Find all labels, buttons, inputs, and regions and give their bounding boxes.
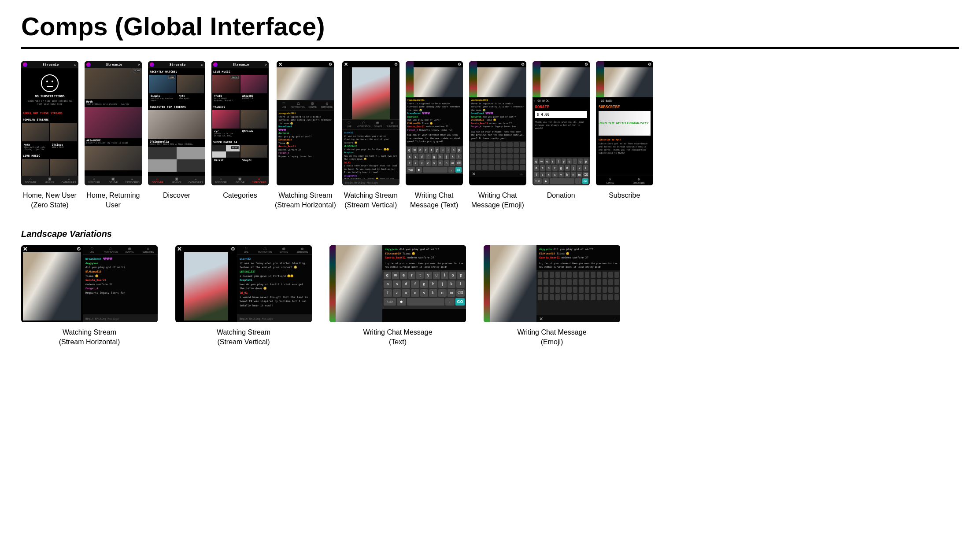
close-icon[interactable]: ✕ xyxy=(344,62,348,67)
subscribe-confirm-button[interactable]: ⊕SUBSCRIBE xyxy=(625,176,653,185)
stream-thumb[interactable] xyxy=(85,146,142,170)
video-player[interactable] xyxy=(277,67,334,100)
nav-discover[interactable]: ⌕DISCOVER xyxy=(85,177,104,184)
keyboard[interactable]: qwertyuiop asdfghjkl ⇧zxcvbnm⌫ ?123☻.GO xyxy=(406,146,463,174)
nav-golive[interactable]: ▣GO LIVE xyxy=(104,177,122,184)
stream-thumb[interactable] xyxy=(50,123,78,141)
close-icon[interactable]: ✕ xyxy=(177,246,182,252)
like-button[interactable]: ♡LIKE xyxy=(237,247,256,253)
avatar[interactable] xyxy=(86,63,91,67)
chat-input[interactable]: Begin Writing Message xyxy=(342,179,399,185)
video-player[interactable] xyxy=(414,67,463,97)
gear-icon[interactable]: ⚙ xyxy=(521,62,525,66)
video-player[interactable] xyxy=(336,245,382,322)
chat-area[interactable]: younggain2001 there is supposed to be a … xyxy=(406,97,463,146)
nav-categories[interactable]: ≡CATEGORIES xyxy=(250,177,269,184)
notification-button[interactable]: ☖NOTIFICATION xyxy=(256,247,275,253)
search-icon[interactable]: ⌕ xyxy=(74,63,77,67)
subscribe-button[interactable]: ⊕SUBSCRIBE xyxy=(385,122,399,128)
next-emoji-icon[interactable]: → xyxy=(613,316,618,321)
stream-thumb[interactable] xyxy=(148,110,205,139)
search-icon[interactable]: ⌕ xyxy=(201,63,203,67)
like-button[interactable]: ♡LIKE xyxy=(277,102,291,108)
like-button[interactable]: ♡LIKE xyxy=(342,122,357,128)
stream-thumb[interactable] xyxy=(240,75,268,93)
stream-thumb[interactable] xyxy=(22,123,49,141)
gear-icon[interactable]: ⚙ xyxy=(329,62,332,66)
video-player[interactable] xyxy=(352,67,390,119)
gear-icon[interactable]: ⚙ xyxy=(584,62,588,66)
keyboard[interactable]: qwertyuiop asdfghjkl ⇧zxcvbnm⌫ ?123☻.GO xyxy=(382,270,466,309)
donate-button[interactable]: ⛃DONATE xyxy=(274,247,293,253)
go-back-button[interactable]: ←GO BACK xyxy=(533,97,590,104)
avatar[interactable] xyxy=(150,63,154,67)
notification-button[interactable]: ☖NOTIFICATION xyxy=(102,247,121,253)
nav-categories[interactable]: ≡CATEGORIES xyxy=(186,177,205,184)
close-emoji-icon[interactable]: ✕ xyxy=(539,316,543,322)
search-icon[interactable]: ⌕ xyxy=(137,63,140,67)
chat-area[interactable]: user432 it was so funny when you started… xyxy=(237,255,312,314)
avatar[interactable] xyxy=(213,63,218,67)
chat-input[interactable]: Begin Writing Message xyxy=(237,314,312,322)
video-player[interactable] xyxy=(490,245,536,322)
chat-area[interactable]: dayyyvon did you play god of war?? ElAku… xyxy=(382,245,466,270)
nav-golive[interactable]: ▣GO LIVE xyxy=(167,177,186,184)
close-emoji-icon[interactable]: ✕ xyxy=(472,171,476,177)
subscribe-button[interactable]: ⊕SUBSCRIBE xyxy=(320,102,334,108)
video-player[interactable] xyxy=(477,67,526,97)
nav-discover[interactable]: ⌕DISCOVER xyxy=(21,177,40,184)
subscribe-button[interactable]: ⊕SUBSCRIBE xyxy=(139,247,158,253)
donate-button[interactable]: ⛃DONATE xyxy=(371,122,385,128)
nav-golive[interactable]: ▣GO LIVE xyxy=(230,177,249,184)
donate-button[interactable]: ⛃DONATE xyxy=(305,102,320,108)
chat-area[interactable]: user432 it was so funny when you started… xyxy=(342,130,399,179)
video-player[interactable] xyxy=(604,67,653,97)
gear-icon[interactable]: ⚙ xyxy=(458,62,461,66)
cancel-button[interactable]: ✕CANCEL xyxy=(596,176,625,185)
keyboard[interactable]: qwertyuiop asdfghjkl ⇧zxcvbnm⌫ ?123☻.GO xyxy=(533,157,590,185)
emoji-picker[interactable] xyxy=(536,270,620,315)
chat-area[interactable]: dayyyvon did you play god of war?? ElAku… xyxy=(536,245,620,270)
stream-thumb[interactable] xyxy=(50,159,78,176)
notification-button[interactable]: ☖NOTIFICATION xyxy=(356,122,371,128)
donate-button[interactable]: ⛃DONATE xyxy=(120,247,139,253)
go-button[interactable]: GO xyxy=(455,167,462,173)
like-button[interactable]: ♡LIKE xyxy=(83,247,102,253)
gear-icon[interactable]: ⚙ xyxy=(231,246,235,252)
chat-area[interactable]: younggain2001 there is supposed to be a … xyxy=(277,111,334,185)
search-icon[interactable]: ⌕ xyxy=(264,63,267,67)
notification-button[interactable]: ☖NOTIFICATION xyxy=(291,102,306,108)
nav-categories[interactable]: ≡CATEGORIES xyxy=(123,177,142,184)
donation-amount-input[interactable]: $ 4.00 xyxy=(535,111,587,118)
gear-icon[interactable]: ⚙ xyxy=(648,62,651,66)
close-icon[interactable]: ✕ xyxy=(278,62,282,67)
go-back-button[interactable]: ←GO BACK xyxy=(596,97,653,104)
nav-golive[interactable]: ▣GO LIVE xyxy=(40,177,59,184)
next-emoji-icon[interactable]: → xyxy=(519,171,524,177)
video-player[interactable] xyxy=(540,67,590,97)
gear-icon[interactable]: ⚙ xyxy=(77,246,81,252)
close-icon[interactable]: ✕ xyxy=(23,246,28,252)
stream-thumb[interactable]: 20,216 xyxy=(212,75,240,93)
video-player[interactable] xyxy=(23,252,81,321)
stream-thumb[interactable] xyxy=(177,75,204,93)
stream-thumb[interactable] xyxy=(85,107,142,138)
stream-thumb[interactable] xyxy=(212,110,240,129)
stream-thumb[interactable] xyxy=(148,147,205,172)
subscribe-button[interactable]: ⊕SUBSCRIBE xyxy=(293,247,312,253)
emoji-picker[interactable] xyxy=(469,141,526,171)
nav-discover[interactable]: ⌕DISCOVER xyxy=(211,177,230,184)
go-button[interactable]: GO xyxy=(455,298,465,306)
stream-thumb[interactable]: 30,166 xyxy=(212,145,240,158)
chat-input[interactable]: Begin Writing Message xyxy=(83,314,158,322)
go-button[interactable]: GO xyxy=(582,178,588,184)
avatar[interactable] xyxy=(23,63,27,67)
stream-thumb[interactable] xyxy=(240,110,268,129)
nav-discover[interactable]: ⌕DISCOVER xyxy=(148,177,167,184)
stream-thumb[interactable] xyxy=(240,145,268,158)
stream-thumb[interactable] xyxy=(22,159,49,176)
stream-thumb[interactable]: 3,236 xyxy=(149,75,176,93)
video-player[interactable] xyxy=(184,252,228,321)
chat-area[interactable]: younggain2001 there is supposed to be a … xyxy=(469,97,526,141)
nav-categories[interactable]: ≡CATEGORIES xyxy=(59,177,78,184)
